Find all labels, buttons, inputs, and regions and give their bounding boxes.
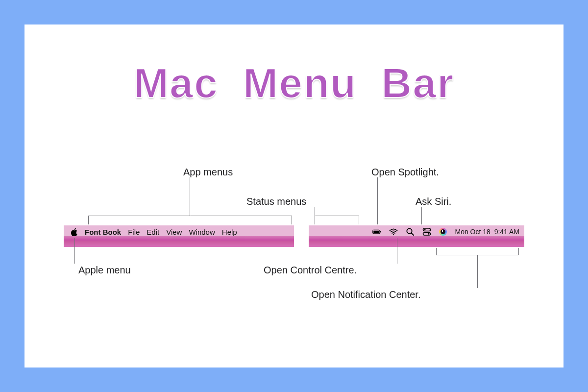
wifi-icon[interactable] (389, 227, 398, 236)
svg-point-7 (424, 229, 426, 230)
bracket-line (359, 216, 359, 224)
menubar-right: Mon Oct 18 9:41 AM (309, 225, 524, 247)
content-card: Mac Menu Bar Font Book File Edit View Wi… (24, 24, 564, 368)
menu-edit[interactable]: Edit (147, 228, 159, 236)
callout-app-menus: App menus (183, 167, 233, 178)
leader-line (315, 207, 315, 216)
bracket-line (88, 216, 89, 224)
menubar-time: 9:41 AM (494, 228, 519, 236)
callout-status-menus: Status menus (246, 196, 306, 207)
leader-line (190, 177, 190, 216)
bracket-line (88, 216, 292, 216)
menubar-date: Mon Oct 18 (455, 228, 490, 236)
page-title: Mac Menu Bar (24, 59, 564, 107)
leader-line (377, 177, 378, 224)
battery-icon[interactable] (372, 227, 381, 236)
menubar-clock[interactable]: Mon Oct 18 9:41 AM (455, 228, 521, 236)
leader-line (421, 207, 422, 224)
svg-point-9 (428, 233, 430, 235)
menubar-diagram: Font Book File Edit View Window Help (64, 167, 524, 343)
callout-open-control-centre: Open Control Centre. (264, 265, 357, 276)
menu-view[interactable]: View (166, 228, 182, 236)
bracket-line (315, 216, 315, 224)
menu-window[interactable]: Window (189, 228, 215, 236)
callout-open-notification-center: Open Notification Center. (311, 289, 420, 300)
siri-icon[interactable] (439, 228, 447, 236)
bracket-line (518, 248, 519, 255)
menubar: Font Book File Edit View Window Help (64, 225, 524, 247)
menu-file[interactable]: File (128, 228, 140, 236)
svg-line-5 (412, 233, 414, 236)
bracket-line (315, 216, 359, 216)
leader-line (477, 255, 478, 288)
leader-line (397, 238, 397, 264)
callout-apple-menu: Apple menu (78, 265, 131, 276)
control-centre-icon[interactable] (422, 227, 431, 236)
magnifier-icon[interactable] (406, 227, 415, 236)
menu-help[interactable]: Help (222, 228, 237, 236)
menubar-left: Font Book File Edit View Window Help (64, 225, 294, 247)
leader-line (74, 238, 75, 264)
bracket-line (436, 248, 437, 255)
svg-rect-2 (380, 231, 381, 233)
callout-open-spotlight: Open Spotlight. (371, 167, 439, 178)
svg-rect-1 (374, 231, 379, 233)
bracket-line (292, 216, 292, 224)
apple-logo-icon[interactable] (71, 228, 78, 236)
callout-ask-siri: Ask Siri. (416, 196, 451, 207)
svg-point-3 (393, 234, 394, 235)
app-name-menu[interactable]: Font Book (85, 228, 121, 236)
